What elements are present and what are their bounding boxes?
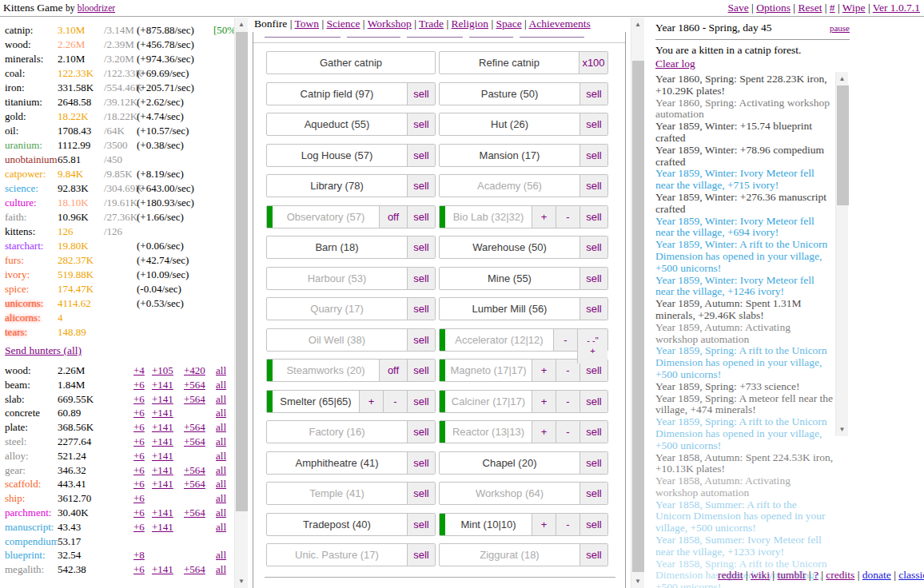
scroll-down-icon[interactable]: ▼ xyxy=(836,423,848,436)
sell-button[interactable]: sell xyxy=(579,175,607,197)
craft-convert-link[interactable]: +6 xyxy=(133,435,145,447)
sell-button[interactable]: sell xyxy=(579,83,607,105)
craft-convert-link[interactable]: +6 xyxy=(133,478,145,490)
header-link-ver-1-0-7-1[interactable]: Ver 1.0.7.1 xyxy=(873,2,920,14)
sell-button[interactable]: sell xyxy=(579,145,607,166)
craft-convert-all-link[interactable]: all xyxy=(216,364,226,376)
scrollbar-thumb[interactable] xyxy=(837,85,849,205)
scroll-up-icon[interactable]: ▲ xyxy=(631,18,644,31)
btn-refine-catnip[interactable]: Refine catnipx100 xyxy=(439,51,608,74)
plus-button[interactable]: + xyxy=(532,206,556,228)
tab-bonfire[interactable]: Bonfire xyxy=(254,18,287,30)
plus-button[interactable]: + xyxy=(532,391,556,412)
tab-trade[interactable]: Trade xyxy=(419,18,444,30)
craft-convert-all-link[interactable]: all xyxy=(216,507,226,518)
btn-ziggurat-18[interactable]: Ziggurat (18)sell xyxy=(439,543,608,566)
craft-convert-link[interactable]: +141 xyxy=(152,407,173,419)
left-scrollbar[interactable]: ▲ ▼ xyxy=(234,18,248,588)
btn-workshop-64[interactable]: Workshop (64)sell xyxy=(439,482,608,505)
craft-convert-link[interactable]: +564 xyxy=(184,421,205,433)
btn-temple-41[interactable]: Temple (41)sell xyxy=(266,482,436,505)
craft-convert-link[interactable]: +6 xyxy=(133,393,145,405)
clear-log-link[interactable]: Clear log xyxy=(655,58,695,70)
craft-convert-link[interactable]: +6 xyxy=(133,464,145,476)
sell-button[interactable]: sell xyxy=(407,452,435,474)
sell-button[interactable]: sell xyxy=(407,391,435,412)
craft-convert-link[interactable]: +8 xyxy=(133,549,145,561)
footer-link-wiki[interactable]: wiki xyxy=(751,569,770,581)
minus-button[interactable]: - xyxy=(556,206,579,228)
btn-gather-catnip[interactable]: Gather catnip xyxy=(266,51,436,74)
craft-convert-link[interactable]: +420 xyxy=(184,364,205,376)
footer-link-tumblr[interactable]: tumblr xyxy=(777,569,806,581)
btn-mint-10-10[interactable]: Mint (10|10)+-sell xyxy=(439,513,608,536)
sell-button[interactable]: sell xyxy=(407,206,435,228)
craft-convert-link[interactable]: +6 xyxy=(133,563,145,575)
craft-convert-link[interactable]: +141 xyxy=(152,393,173,405)
off-button[interactable]: off xyxy=(379,360,407,381)
sell-button[interactable]: sell xyxy=(579,113,607,135)
craft-convert-all-link[interactable]: all xyxy=(216,435,226,447)
minus-button[interactable]: - xyxy=(556,391,579,412)
sell-button[interactable]: sell xyxy=(407,421,435,443)
craft-convert-link[interactable]: +564 xyxy=(184,464,205,476)
header-link-[interactable]: # xyxy=(830,2,835,14)
craft-convert-link[interactable]: +6 xyxy=(133,521,145,533)
scroll-down-icon[interactable]: ▼ xyxy=(631,574,644,588)
center-scrollbar[interactable]: ▲ ▼ xyxy=(631,18,644,588)
btn-unic-pasture-17[interactable]: Unic. Pasture (17)sell xyxy=(266,543,436,566)
craft-convert-link[interactable]: +564 xyxy=(184,478,205,490)
craft-convert-all-link[interactable]: all xyxy=(216,464,226,476)
scroll-up-icon[interactable]: ▲ xyxy=(235,18,248,31)
scroll-up-icon[interactable]: ▲ xyxy=(836,72,848,85)
craft-convert-all-link[interactable]: all xyxy=(216,521,226,533)
footer-link-credits[interactable]: credits xyxy=(826,569,854,581)
craft-convert-link[interactable]: +141 xyxy=(152,421,173,433)
craft-convert-link[interactable]: +564 xyxy=(184,563,205,575)
btn-factory-16[interactable]: Factory (16)sell xyxy=(266,420,436,443)
sell-button[interactable]: sell xyxy=(579,452,607,474)
sell-button[interactable]: sell xyxy=(579,483,607,504)
btn-barn-18[interactable]: Barn (18)sell xyxy=(266,236,436,259)
sell-button[interactable]: sell xyxy=(407,514,435,535)
craft-convert-link[interactable]: +141 xyxy=(152,450,173,462)
btn-warehouse-50[interactable]: Warehouse (50)sell xyxy=(439,236,608,259)
craft-convert-link[interactable]: +141 xyxy=(152,379,173,391)
craft-convert-link[interactable]: +141 xyxy=(152,507,173,518)
craft-convert-all-link[interactable]: all xyxy=(216,450,226,462)
header-link-options[interactable]: Options xyxy=(756,2,791,14)
craft-convert-link[interactable]: +564 xyxy=(184,393,205,405)
author-link[interactable]: bloodrizer xyxy=(78,3,115,13)
stacked-adjust-button[interactable]: - -"+ xyxy=(577,329,607,364)
off-button[interactable]: off xyxy=(379,206,407,228)
btn-pasture-50[interactable]: Pasture (50)sell xyxy=(439,82,608,105)
sell-button[interactable]: sell xyxy=(579,391,607,412)
footer-link-classic[interactable]: classic xyxy=(898,569,924,581)
minus-button[interactable]: - xyxy=(383,391,407,412)
sell-button[interactable]: sell xyxy=(407,360,435,381)
craft-convert-link[interactable]: +6 xyxy=(133,450,145,462)
craft-convert-all-link[interactable]: all xyxy=(216,563,226,575)
sell-button[interactable]: sell xyxy=(579,206,607,228)
btn-library-78[interactable]: Library (78)sell xyxy=(266,174,436,197)
btn-steamworks-20[interactable]: Steamworks (20)offsell xyxy=(266,359,436,382)
btn-accelerator-12-12[interactable]: Accelerator (12|12)-- -"+ xyxy=(439,328,608,352)
tab-religion[interactable]: Religion xyxy=(452,18,489,30)
tab-town[interactable]: Town xyxy=(294,18,319,30)
sell-button[interactable]: sell xyxy=(579,298,607,320)
header-link-wipe[interactable]: Wipe xyxy=(842,2,866,14)
btn-log-house-57[interactable]: Log House (57)sell xyxy=(266,144,436,167)
send-hunters-link[interactable]: Send hunters (all) xyxy=(5,344,82,357)
header-link-reset[interactable]: Reset xyxy=(798,2,822,14)
plus-button[interactable]: + xyxy=(359,391,383,412)
minus-button[interactable]: - xyxy=(556,360,579,381)
btn-academy-56[interactable]: Academy (56)sell xyxy=(439,174,608,197)
sell-button[interactable]: sell xyxy=(407,175,435,197)
craft-convert-link[interactable]: +4 xyxy=(133,364,145,376)
tab-science[interactable]: Science xyxy=(326,18,360,30)
btn-mine-55[interactable]: Mine (55)sell xyxy=(439,267,608,290)
minus-button[interactable]: - xyxy=(556,514,579,535)
btn-observatory-57[interactable]: Observatory (57)offsell xyxy=(266,205,436,228)
btn-bio-lab-32-32[interactable]: Bio Lab (32|32)+-sell xyxy=(439,205,608,228)
craft-convert-link[interactable]: +564 xyxy=(184,435,205,447)
